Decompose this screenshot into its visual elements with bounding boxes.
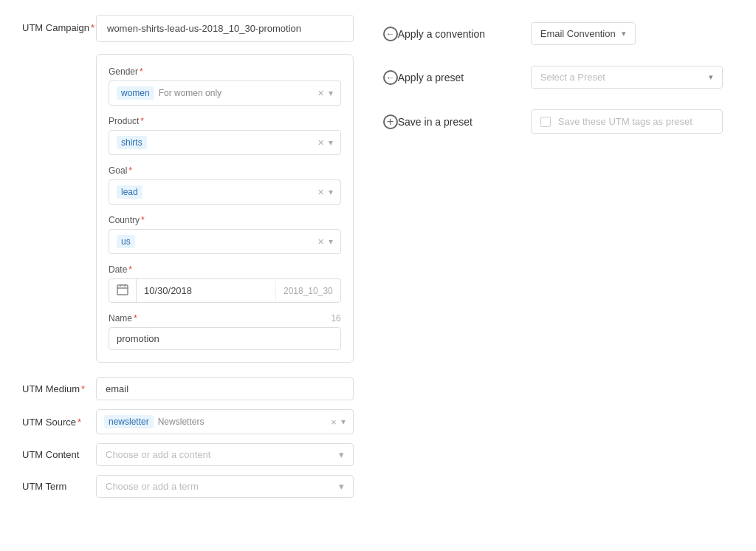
date-field-group: Date* 2018_10_30 [109, 264, 341, 303]
utm-term-placeholder: Choose or add a term [106, 481, 199, 492]
utm-source-tag: newsletter [104, 415, 154, 428]
save-preset-label: Save in a preset [398, 116, 516, 128]
apply-convention-label: Apply a convention [398, 28, 516, 40]
apply-convention-row: ← Apply a convention Email Convention ▾ [383, 22, 734, 45]
convention-dropdown-value: Email Convention [540, 28, 616, 39]
apply-convention-dropdown[interactable]: Email Convention ▾ [531, 22, 636, 45]
left-panel: UTM Campaign* women-shirts-lead-us-2018_… [22, 15, 354, 507]
name-input[interactable] [109, 327, 341, 350]
apply-preset-label: Apply a preset [398, 72, 516, 83]
goal-chevron-icon: ▾ [329, 187, 333, 197]
save-preset-checkbox[interactable] [540, 117, 551, 127]
utm-source-label: UTM Source* [22, 417, 96, 428]
product-clear-button[interactable]: × [318, 137, 324, 148]
save-preset-container: Save these UTM tags as preset [531, 109, 723, 134]
product-tag: shirts [117, 136, 147, 149]
utm-term-label: UTM Term [22, 481, 96, 492]
gender-placeholder: For women only [159, 88, 318, 98]
name-label: Name* [109, 313, 137, 324]
convention-dropdown-chevron-icon: ▾ [622, 29, 626, 38]
gender-chevron-icon: ▾ [329, 88, 333, 98]
utm-source-placeholder: Newsletters [158, 417, 331, 427]
utm-campaign-row: UTM Campaign* women-shirts-lead-us-2018_… [22, 15, 354, 42]
goal-label: Goal* [109, 165, 341, 176]
fields-container: Gender* women For women only × ▾ Product… [96, 54, 354, 363]
apply-preset-dropdown[interactable]: Select a Preset ▾ [531, 66, 723, 89]
save-preset-icon: + [383, 114, 398, 129]
product-label: Product* [109, 116, 341, 126]
preset-placeholder: Select a Preset [540, 72, 605, 83]
utm-source-row: UTM Source* newsletter Newsletters × ▾ [22, 409, 354, 434]
utm-content-placeholder: Choose or add a content [106, 449, 210, 460]
utm-term-chevron-icon: ▾ [339, 481, 344, 492]
right-panel: ← Apply a convention Email Convention ▾ … [383, 15, 734, 154]
utm-campaign-label: UTM Campaign* [22, 15, 96, 33]
country-field-group: Country* us × ▾ [109, 215, 341, 254]
bottom-utm-fields: UTM Medium* UTM Source* newsletter Newsl… [22, 377, 354, 498]
apply-preset-icon: ← [383, 70, 398, 85]
utm-term-select[interactable]: Choose or add a term ▾ [96, 475, 354, 498]
svg-rect-0 [117, 285, 128, 295]
gender-tag: women [117, 86, 154, 100]
main-layout: UTM Campaign* women-shirts-lead-us-2018_… [22, 15, 734, 507]
gender-clear-button[interactable]: × [318, 87, 324, 99]
name-field-group: Name* 16 [109, 313, 341, 350]
country-select[interactable]: us × ▾ [109, 229, 341, 254]
date-input[interactable] [137, 281, 275, 301]
gender-select[interactable]: women For women only × ▾ [109, 81, 341, 106]
utm-medium-label: UTM Medium* [22, 383, 96, 394]
date-formatted: 2018_10_30 [275, 281, 340, 301]
apply-convention-icon: ← [383, 27, 398, 41]
country-label: Country* [109, 215, 341, 225]
utm-term-row: UTM Term Choose or add a term ▾ [22, 475, 354, 498]
save-preset-text: Save these UTM tags as preset [558, 116, 693, 127]
date-label: Date* [109, 264, 341, 275]
utm-source-clear-button[interactable]: × [331, 417, 337, 428]
goal-tag: lead [117, 185, 142, 199]
utm-medium-row: UTM Medium* [22, 377, 354, 400]
product-select[interactable]: shirts × ▾ [109, 130, 341, 155]
name-header-row: Name* 16 [109, 313, 341, 324]
utm-source-chevron-icon: ▾ [341, 417, 346, 427]
utm-content-select[interactable]: Choose or add a content ▾ [96, 443, 354, 466]
product-chevron-icon: ▾ [329, 137, 333, 148]
utm-content-row: UTM Content Choose or add a content ▾ [22, 443, 354, 466]
name-char-count: 16 [331, 313, 340, 324]
save-preset-row: + Save in a preset Save these UTM tags a… [383, 109, 734, 134]
country-tag: us [117, 235, 135, 248]
utm-content-chevron-icon: ▾ [339, 449, 344, 460]
goal-select[interactable]: lead × ▾ [109, 179, 341, 205]
goal-clear-button[interactable]: × [318, 186, 324, 198]
date-row: 2018_10_30 [109, 278, 341, 303]
gender-label: Gender* [109, 66, 341, 77]
gender-field-group: Gender* women For women only × ▾ [109, 66, 341, 106]
utm-campaign-value: women-shirts-lead-us-2018_10_30-promotio… [107, 23, 301, 34]
country-clear-button[interactable]: × [318, 236, 324, 247]
apply-preset-row: ← Apply a preset Select a Preset ▾ [383, 66, 734, 89]
product-field-group: Product* shirts × ▾ [109, 116, 341, 155]
preset-dropdown-chevron-icon: ▾ [709, 72, 713, 82]
utm-medium-input[interactable] [96, 377, 354, 400]
goal-field-group: Goal* lead × ▾ [109, 165, 341, 205]
utm-campaign-value-box: women-shirts-lead-us-2018_10_30-promotio… [96, 15, 354, 42]
country-chevron-icon: ▾ [329, 236, 333, 247]
utm-source-select[interactable]: newsletter Newsletters × ▾ [96, 409, 354, 434]
utm-content-label: UTM Content [22, 449, 96, 460]
calendar-icon[interactable] [109, 279, 137, 302]
